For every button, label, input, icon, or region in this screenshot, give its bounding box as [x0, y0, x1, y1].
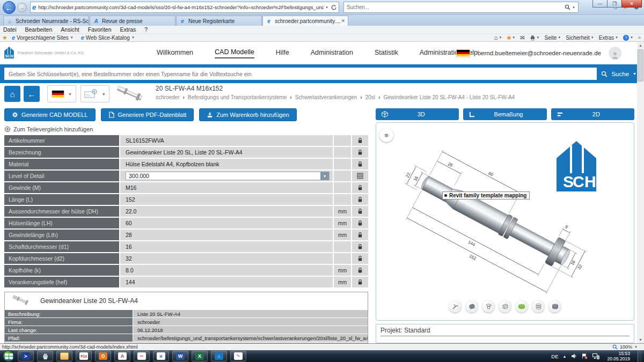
tray-expand-icon[interactable]: ▲ [563, 354, 567, 358]
viewer-tool-transparent[interactable] [499, 300, 511, 313]
chevron-down-icon[interactable]: ▼ [634, 345, 638, 349]
action-center-flag-icon[interactable] [581, 353, 588, 359]
crumb-schwerlast[interactable]: Schwerlastverankerungen [295, 94, 357, 100]
restore-button[interactable]: ❐ [607, 0, 622, 8]
fulltext-search-input[interactable] [4, 68, 597, 80]
speaker-icon[interactable] [570, 353, 577, 359]
mail-button[interactable]: ✉ [520, 35, 524, 41]
page-scrollbar[interactable]: ▲ ▼ [637, 42, 644, 343]
url-dropdown-icon[interactable]: ▼ [325, 6, 328, 9]
viewer-tool-wireframe[interactable] [532, 300, 545, 313]
print-button[interactable]: ▼ [530, 35, 540, 41]
url-input[interactable] [38, 4, 324, 10]
tab-close-icon[interactable]: ✕ [341, 18, 345, 24]
search-dropdown-icon[interactable]: ▼ [572, 6, 575, 9]
nav-administration[interactable]: Administration [311, 49, 353, 58]
taskbar-word[interactable]: W [172, 351, 188, 361]
menu-favoriten[interactable]: Favoriten [88, 26, 112, 33]
extras-menu[interactable]: Extras▼ [599, 35, 618, 41]
browser-back-button[interactable]: ← [3, 1, 16, 14]
seite-menu[interactable]: Seite▼ [545, 35, 561, 41]
refresh-icon[interactable] [331, 4, 337, 11]
language-indicator[interactable]: DE [551, 353, 558, 359]
crumb-schroeder[interactable]: schroeder [156, 94, 179, 100]
nav-statistik[interactable]: Statistik [375, 49, 398, 58]
taskbar-sch-app[interactable]: ⌂ [211, 351, 227, 361]
tab-schroeder-neuenrade[interactable]: ⌂ Schroeder Neuenrade - RS-Sc... [3, 16, 89, 26]
viewer-tool-solid[interactable] [465, 300, 478, 313]
table-grid-icon[interactable] [357, 173, 363, 179]
menu-bearbeiten[interactable]: Bearbeiten [25, 26, 53, 33]
view-mode-dropdown[interactable]: ▼ [80, 85, 109, 102]
address-bar[interactable]: e ▼ [30, 2, 339, 13]
home-button[interactable]: ⌂ [4, 86, 20, 102]
favorite-vorgeschlagene-sites[interactable]: e Vorgeschlagene Sites ▼ [12, 34, 74, 41]
sicherheit-menu[interactable]: Sicherheit▼ [566, 35, 594, 41]
taskbar-clock[interactable]: 15:53 20.05.2019 [604, 351, 633, 361]
suche-button[interactable]: Suche ▼ [601, 68, 636, 80]
viewer-tool-rotate[interactable] [482, 300, 495, 313]
taskbar-explorer[interactable] [56, 351, 72, 361]
crumb-befestigungs[interactable]: Befestigungs und Transportankersysteme [188, 94, 287, 100]
nav-hilfe[interactable]: Hilfe [276, 49, 289, 58]
level-of-detail-select[interactable]: 300.000▼ [126, 172, 330, 180]
tab-neue-registerkarte[interactable]: e Neue Registerkarte [176, 16, 262, 26]
taskbar-pdf24[interactable]: P24 [76, 351, 92, 361]
search-icon[interactable] [565, 4, 570, 10]
overflow-chevron-icon[interactable]: » [638, 35, 641, 40]
taskbar-acrobat[interactable]: A [114, 351, 130, 361]
project-panel[interactable]: Projekt: Standard [376, 324, 634, 343]
network-icon[interactable] [592, 353, 599, 359]
back-button[interactable]: ← [24, 86, 40, 102]
show-desktop-button[interactable] [638, 350, 642, 362]
tab-3d[interactable]: 3D [376, 108, 459, 120]
home-menu-button[interactable]: ⌂▼ [494, 34, 502, 41]
scroll-down-icon[interactable]: ▼ [637, 336, 644, 343]
favorite-web-slice-katalog[interactable]: e Web Slice-Katalog ▼ [81, 34, 135, 41]
german-flag-icon[interactable] [456, 49, 470, 57]
browser-forward-button[interactable]: → [17, 3, 27, 12]
viewer-tool-shaded[interactable] [548, 300, 561, 313]
menu-extras[interactable]: Extras [120, 26, 136, 33]
nav-willkommen[interactable]: Willkommen [157, 49, 193, 58]
taskbar-powershell[interactable]: ≻ [18, 351, 34, 361]
company-logo[interactable]: SCH Friedrich Schroeder GmbH & Co. KG [3, 46, 84, 59]
taskbar-print-manager[interactable] [37, 351, 53, 361]
zoom-control[interactable]: 100% ▼ [612, 344, 642, 350]
tab-revue-de-presse[interactable]: A Revue de presse [90, 16, 175, 26]
avatar[interactable] [609, 47, 621, 60]
part-3d-drawing[interactable]: 28 60 144 152 8 22 16 16 32 S C H [376, 123, 634, 320]
tab-partcommunity-active[interactable]: e schroeder.partcommunity.... ✕ [262, 16, 348, 26]
add-to-cart-button[interactable]: Zum Warenkorb hinzufügen [199, 108, 296, 121]
close-button[interactable]: ✕ [621, 0, 642, 8]
taskbar-snipping-tool[interactable]: ✂ [134, 351, 150, 361]
taskbar-outlook[interactable]: O [95, 351, 111, 361]
tab-bemassung[interactable]: Bemaßung [463, 108, 546, 120]
viewer-menu-button[interactable]: ≡ [379, 128, 393, 142]
menu-datei[interactable]: Datei [3, 26, 17, 33]
browser-search-box[interactable]: ▼ [343, 2, 579, 13]
favorites-star-icon[interactable]: ★ [2, 34, 8, 41]
viewer-tool-fit[interactable] [449, 300, 462, 313]
start-button[interactable] [3, 350, 14, 362]
viewer-3d[interactable]: 28 60 144 152 8 22 16 16 32 S C H ≡ Rev [376, 122, 634, 321]
menu-ansicht[interactable]: Ansicht [61, 26, 79, 33]
viewer-tool-render-active[interactable] [515, 300, 528, 313]
add-to-compare-link[interactable]: Zum Teilevergleich hinzufügen [4, 126, 93, 132]
tab-2d[interactable]: 2D [551, 108, 634, 120]
menu-help[interactable]: ? [144, 26, 148, 33]
help-button[interactable]: ?▼ [623, 35, 633, 41]
crumb-20sl[interactable]: 20sl [365, 94, 375, 100]
nav-cad-modelle[interactable]: CAD Modelle [215, 48, 254, 58]
taskbar-internet-explorer[interactable]: e [153, 351, 169, 361]
scroll-up-icon[interactable]: ▲ [637, 42, 644, 49]
generate-pdf-button[interactable]: Generiere PDF-Datenblatt [101, 108, 194, 121]
minimize-button[interactable]: — [592, 0, 608, 8]
rss-button[interactable]: ◉▼ [507, 35, 515, 40]
taskbar-paint[interactable]: ✎ [230, 351, 246, 361]
scrollbar-thumb[interactable] [638, 49, 643, 82]
generate-cad-button[interactable]: Generiere CAD MODELL [4, 108, 96, 121]
language-dropdown[interactable]: ▼ [47, 85, 76, 102]
user-email[interactable]: bernd.bueltemeier@schroeder-neuenrade.de [478, 50, 601, 56]
chevron-down-icon[interactable]: ▼ [320, 172, 329, 180]
